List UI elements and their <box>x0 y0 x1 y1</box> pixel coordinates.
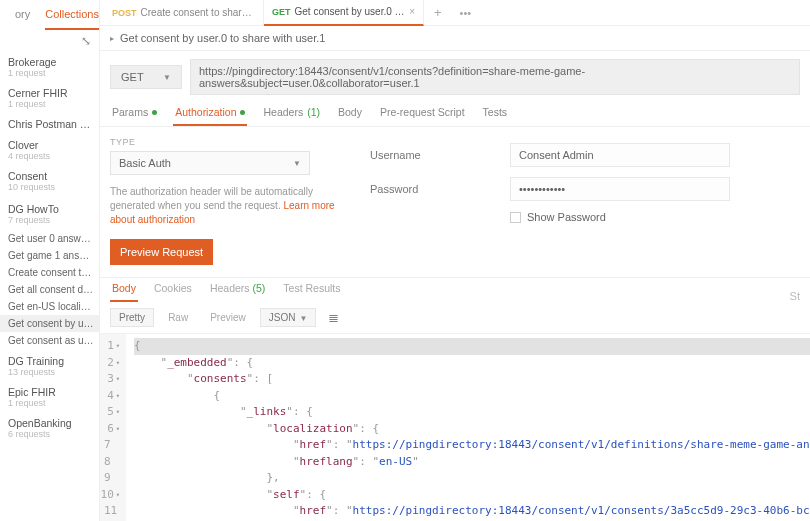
collection-item[interactable]: Clover4 requests <box>0 133 99 164</box>
auth-type-label: TYPE <box>110 137 350 147</box>
collection-item[interactable]: OpenBanking6 requests <box>0 411 99 442</box>
collection-item[interactable]: DG Training13 requests <box>0 349 99 380</box>
new-tab-button[interactable]: + <box>424 5 452 20</box>
collection-request-item[interactable]: Get user 0 answe… <box>0 230 99 247</box>
sidebar-tab-history[interactable]: ory <box>0 0 45 30</box>
subtab-headers[interactable]: Headers (1) <box>261 102 322 126</box>
method-select[interactable]: GET▼ <box>110 65 182 89</box>
preview-request-button[interactable]: Preview Request <box>110 239 213 265</box>
request-tab[interactable]: POSTCreate consent to share game ans <box>104 0 264 26</box>
view-raw[interactable]: Raw <box>160 309 196 326</box>
view-pretty[interactable]: Pretty <box>110 308 154 327</box>
url-input[interactable]: https://pingdirectory:18443/consent/v1/c… <box>190 59 800 95</box>
collection-item[interactable]: Epic FHIR1 request <box>0 380 99 411</box>
collection-item[interactable]: Brokerage1 request <box>0 50 99 81</box>
subtab-tests[interactable]: Tests <box>481 102 510 126</box>
resp-tab-cookies[interactable]: Cookies <box>152 278 194 302</box>
subtab-prerequest[interactable]: Pre-request Script <box>378 102 467 126</box>
collection-request-item[interactable]: Get en-US localiz… <box>0 298 99 315</box>
sidebar-tab-collections[interactable]: Collections <box>45 0 99 30</box>
username-label: Username <box>370 149 510 161</box>
tab-options-icon[interactable]: ••• <box>452 7 480 19</box>
collection-request-item[interactable]: Get all consent d… <box>0 281 99 298</box>
collection-request-item[interactable]: Get consent by u… <box>0 315 99 332</box>
request-title: Get consent by user.0 to share with user… <box>120 32 325 44</box>
subtab-authorization[interactable]: Authorization <box>173 102 247 126</box>
response-status: St <box>790 290 800 302</box>
sidebar: ory Collections ⤡ Brokerage1 requestCern… <box>0 0 100 521</box>
collection-item[interactable]: Consent10 requests <box>0 164 99 195</box>
resp-tab-headers[interactable]: Headers (5) <box>208 278 267 302</box>
subtab-body[interactable]: Body <box>336 102 364 126</box>
resp-tab-body[interactable]: Body <box>110 278 138 302</box>
tabs-row: POSTCreate consent to share game ansGETG… <box>100 0 810 26</box>
view-preview[interactable]: Preview <box>202 309 254 326</box>
resp-tab-tests[interactable]: Test Results <box>281 278 342 302</box>
response-body[interactable]: 1▾2▾3▾4▾5▾6▾78910▾111213▾141516171819202… <box>100 334 810 521</box>
new-collection-icon[interactable]: ⤡ <box>0 30 99 50</box>
subtab-params[interactable]: Params <box>110 102 159 126</box>
collection-request-item[interactable]: Get game 1 answ… <box>0 247 99 264</box>
collection-item[interactable]: DG HowTo7 requests <box>0 197 99 228</box>
username-input[interactable]: Consent Admin <box>510 143 730 167</box>
collection-item[interactable]: Chris Postman L… <box>0 112 99 133</box>
collection-request-item[interactable]: Create consent t… <box>0 264 99 281</box>
chevron-down-icon: ▼ <box>163 73 171 82</box>
auth-type-select[interactable]: Basic Auth▼ <box>110 151 310 175</box>
request-tab[interactable]: GETGet consent by user.0 to share w× <box>264 0 424 26</box>
breadcrumb: ▸ Get consent by user.0 to share with us… <box>100 26 810 51</box>
show-password-label: Show Password <box>527 211 606 223</box>
format-select[interactable]: JSON▼ <box>260 308 317 327</box>
caret-icon: ▸ <box>110 34 114 43</box>
chevron-down-icon: ▼ <box>293 159 301 168</box>
collection-item[interactable]: Cerner FHIR1 request <box>0 81 99 112</box>
collection-request-item[interactable]: Get consent as u… <box>0 332 99 349</box>
password-label: Password <box>370 183 510 195</box>
close-icon[interactable]: × <box>409 6 415 17</box>
show-password-checkbox[interactable] <box>510 212 521 223</box>
wrap-lines-icon[interactable]: ≣ <box>322 310 345 325</box>
password-input[interactable]: •••••••••••• <box>510 177 730 201</box>
auth-note: The authorization header will be automat… <box>110 185 350 227</box>
